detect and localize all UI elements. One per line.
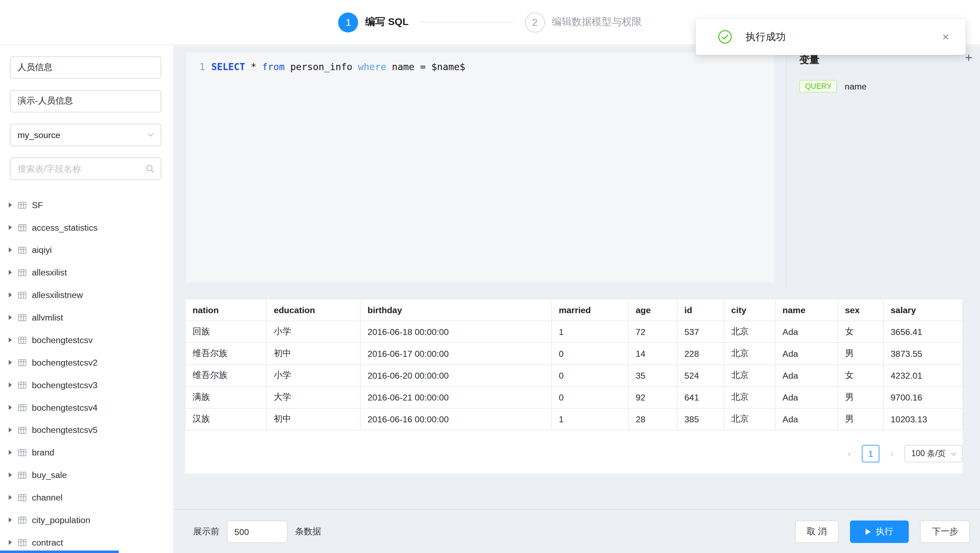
sidebar: my_source SF access_statistics xyxy=(0,45,173,553)
tree-item-bochengtestcsv3[interactable]: bochengtestcsv3 xyxy=(0,374,173,396)
caret-right-icon[interactable] xyxy=(9,248,12,253)
step-2-number: 2 xyxy=(525,12,545,32)
caret-right-icon[interactable] xyxy=(9,337,12,342)
step-edit-model[interactable]: 2 编辑数据模型与权限 xyxy=(525,12,642,32)
table-icon xyxy=(18,335,27,345)
results-table: nationeducationbirthdaymarriedageidcityn… xyxy=(185,299,963,431)
tree-item-brand[interactable]: brand xyxy=(0,441,173,464)
table-icon xyxy=(18,403,27,412)
table-cell: 72 xyxy=(628,321,677,343)
table-cell: 2016-06-18 00:00:00 xyxy=(360,321,552,343)
tree-item-bochengtestcsv5[interactable]: bochengtestcsv5 xyxy=(0,419,173,441)
table-cell: 大学 xyxy=(267,386,360,408)
caret-right-icon[interactable] xyxy=(9,270,12,275)
table-cell: 2016-06-20 00:00:00 xyxy=(360,365,552,386)
table-cell: 524 xyxy=(677,365,724,386)
sidebar-horizontal-scrollbar[interactable] xyxy=(0,551,119,553)
tree-item-bochengtestcsv[interactable]: bochengtestcsv xyxy=(0,329,173,351)
step-write-sql[interactable]: 1 编写 SQL xyxy=(338,12,408,32)
table-cell: 4232.01 xyxy=(883,365,963,386)
caret-right-icon[interactable] xyxy=(9,203,12,207)
tree-item-allvmlist[interactable]: allvmlist xyxy=(0,306,173,329)
results-section: nationeducationbirthdaymarriedageidcityn… xyxy=(185,299,963,474)
variables-panel: 变量 + QUERY name xyxy=(786,46,980,289)
plus-icon[interactable]: + xyxy=(965,51,973,64)
sql-editor[interactable]: 1 SELECT * from person_info where name =… xyxy=(186,52,775,283)
caret-right-icon[interactable] xyxy=(9,472,12,477)
table-icon xyxy=(18,538,27,547)
success-toast: 执行成功 ✕ xyxy=(696,19,966,55)
sql-token: from xyxy=(262,61,285,73)
step-2-label: 编辑数据模型与权限 xyxy=(552,16,641,29)
caret-right-icon[interactable] xyxy=(9,360,12,365)
column-header-sex: sex xyxy=(838,299,883,321)
tree-item-allesxilist[interactable]: allesxilist xyxy=(0,261,173,284)
sql-token: person_info xyxy=(285,61,358,73)
search-input[interactable] xyxy=(10,157,161,180)
table-cell: 385 xyxy=(677,408,724,430)
table-name-label: bochengtestcsv4 xyxy=(32,402,97,412)
tree-item-city_population[interactable]: city_population xyxy=(0,509,173,531)
caret-right-icon[interactable] xyxy=(9,315,12,320)
table-row: 维吾尔族初中2016-06-17 00:00:00014228北京Ada男387… xyxy=(185,343,963,365)
caret-right-icon[interactable] xyxy=(9,450,12,455)
run-button[interactable]: 执行 xyxy=(850,521,909,543)
dataset-name-input[interactable] xyxy=(10,56,161,79)
success-icon xyxy=(718,30,732,44)
caret-right-icon[interactable] xyxy=(9,405,12,410)
limit-suffix-label: 条数据 xyxy=(295,526,321,537)
chevron-down-icon xyxy=(950,451,958,460)
table-cell: 228 xyxy=(677,343,724,365)
page-size-select[interactable]: 100 条/页 xyxy=(904,445,963,462)
run-button-label: 执行 xyxy=(876,526,893,537)
caret-right-icon[interactable] xyxy=(9,292,12,297)
table-name-label: bochengtestcsv xyxy=(32,335,93,345)
tree-item-contract[interactable]: contract xyxy=(0,531,173,551)
table-cell: 北京 xyxy=(724,321,775,343)
tree-item-aiqiyi[interactable]: aiqiyi xyxy=(0,239,173,261)
limit-input[interactable] xyxy=(227,521,288,543)
table-cell: 初中 xyxy=(267,408,360,430)
table-cell: 1 xyxy=(552,408,628,430)
tree-item-channel[interactable]: channel xyxy=(0,486,173,509)
close-icon[interactable]: ✕ xyxy=(942,32,949,41)
current-page-button[interactable]: 1 xyxy=(862,445,880,462)
tree-item-bochengtestcsv4[interactable]: bochengtestcsv4 xyxy=(0,396,173,419)
next-page-icon[interactable]: › xyxy=(885,445,900,462)
column-header-city: city xyxy=(724,299,775,321)
table-cell: 男 xyxy=(838,343,883,365)
dataset-display-name-input[interactable] xyxy=(10,90,161,112)
tree-item-SF[interactable]: SF xyxy=(0,194,173,216)
tree-item-buy_sale[interactable]: buy_sale xyxy=(0,464,173,486)
table-cell: 北京 xyxy=(724,386,775,408)
tree-item-allesxilistnew[interactable]: allesxilistnew xyxy=(0,284,173,306)
datasource-select[interactable]: my_source xyxy=(10,124,161,146)
table-cell: Ada xyxy=(775,386,838,408)
table-name-label: allesxilistnew xyxy=(32,290,83,300)
tree-item-bochengtestcsv2[interactable]: bochengtestcsv2 xyxy=(0,351,173,374)
pagination: ‹ 1 › 100 条/页 xyxy=(842,445,963,462)
table-row: 汉族初中2016-06-16 00:00:00128385北京Ada男10203… xyxy=(185,408,963,430)
caret-right-icon[interactable] xyxy=(9,427,12,432)
table-name-label: contract xyxy=(32,537,63,547)
cancel-button[interactable]: 取 消 xyxy=(795,521,839,543)
table-name-label: aiqiyi xyxy=(32,245,52,255)
tree-item-access_statistics[interactable]: access_statistics xyxy=(0,216,173,239)
table-cell: 初中 xyxy=(267,343,360,365)
limit-prefix-label: 展示前 xyxy=(193,526,220,537)
prev-page-icon[interactable]: ‹ xyxy=(842,445,857,462)
table-cell: 回族 xyxy=(185,321,267,343)
caret-right-icon[interactable] xyxy=(9,517,12,522)
caret-right-icon[interactable] xyxy=(9,383,12,388)
table-cell: 北京 xyxy=(724,365,775,386)
table-cell: 维吾尔族 xyxy=(185,365,267,386)
table-name-label: allesxilist xyxy=(32,267,67,277)
table-name-label: channel xyxy=(32,493,62,502)
next-step-button[interactable]: 下一步 xyxy=(920,521,970,543)
caret-right-icon[interactable] xyxy=(9,495,12,500)
caret-right-icon[interactable] xyxy=(9,225,12,230)
variable-name: name xyxy=(845,81,867,91)
caret-right-icon[interactable] xyxy=(9,540,12,545)
table-icon xyxy=(18,425,27,435)
chevron-down-icon xyxy=(147,131,154,141)
